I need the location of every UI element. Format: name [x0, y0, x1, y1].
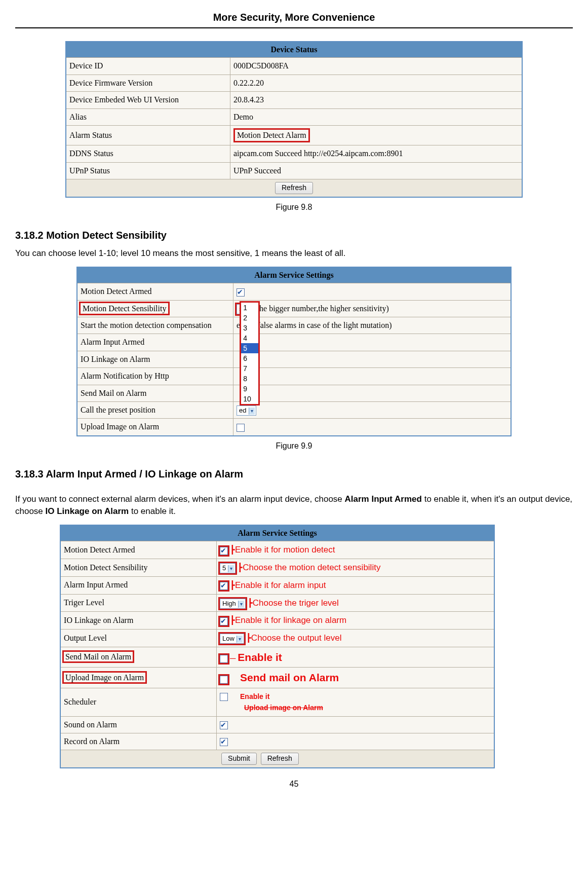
annotation: Enable it for linkage on alarm: [235, 615, 346, 625]
annotation: Enable it: [240, 692, 269, 700]
row-label: Triger Level: [60, 594, 216, 612]
row-label: Motion Detect Sensibility: [60, 559, 216, 576]
row-label: Send Mail on Alarm: [60, 647, 216, 667]
annotation: Upload image on Alarm: [244, 704, 323, 712]
refresh-button[interactable]: Refresh: [261, 753, 299, 765]
annotation: Enable it for alarm input: [235, 580, 326, 590]
table-title: Device Status: [66, 42, 522, 58]
section-body: If you want to connect external alarm de…: [15, 493, 573, 518]
row-label: DDNS Status: [66, 145, 230, 162]
row-label: Motion Detect Sensibility: [77, 300, 233, 317]
row-label: Alias: [66, 108, 230, 125]
row-value: Motion Detect Alarm: [230, 125, 522, 145]
chevron-down-icon: ▾: [237, 636, 243, 643]
option[interactable]: 10: [241, 394, 258, 404]
option[interactable]: 7: [241, 363, 258, 374]
annotation: Enable it for motion detect: [235, 545, 335, 555]
option[interactable]: 6: [241, 353, 258, 363]
row-label: Alarm Status: [66, 125, 230, 145]
row-label: IO Linkage on Alarm: [77, 351, 233, 367]
page-number: 45: [15, 779, 573, 790]
row-label: Sound on Alarm: [60, 716, 216, 733]
row-label: Record on Alarm: [60, 733, 216, 750]
annotation: Choose the output level: [251, 633, 342, 643]
row-label: Device ID: [66, 58, 230, 75]
row-label: Start the motion detection compensation: [77, 317, 233, 334]
submit-button[interactable]: Submit: [221, 753, 257, 765]
checkbox[interactable]: [220, 721, 228, 729]
checkbox[interactable]: [220, 547, 228, 555]
annotation: Send mail on Alarm: [240, 672, 339, 683]
row-label: Device Firmware Version: [66, 75, 230, 91]
row-value: UPnP Succeed: [230, 162, 522, 179]
checkbox[interactable]: [220, 693, 228, 701]
section-body: You can choose level 1-10; level 10 mean…: [15, 247, 573, 260]
refresh-button[interactable]: Refresh: [275, 182, 313, 194]
row-label: Scheduler: [60, 688, 216, 716]
row-label: Alarm Notification by Http: [77, 368, 233, 385]
row-value: 000DC5D008FA: [230, 58, 522, 75]
section-heading: 3.18.3 Alarm Input Armed / IO Linkage on…: [15, 467, 573, 481]
preset-select[interactable]: ed▾: [237, 405, 256, 416]
annotation: Enable it: [238, 651, 282, 663]
row-label: Output Level: [60, 630, 216, 647]
select[interactable]: High▾: [220, 599, 246, 609]
row-label: Upload Image on Alarm: [77, 419, 233, 436]
checkbox[interactable]: [220, 655, 228, 663]
figure-caption: Figure 9.9: [15, 440, 573, 452]
checkbox[interactable]: [220, 617, 228, 625]
option[interactable]: 4: [241, 333, 258, 343]
row-value: 20.8.4.23: [230, 92, 522, 108]
row-label: Call the preset position: [77, 402, 233, 419]
chevron-down-icon: ▾: [238, 601, 244, 608]
annotation: Choose the triger level: [253, 598, 339, 608]
table-title: Alarm Service Settings: [60, 525, 494, 541]
chevron-down-icon: ▾: [228, 565, 234, 572]
row-value: 0.22.2.20: [230, 75, 522, 91]
row-label: UPnP Status: [66, 162, 230, 179]
row-label: Alarm Input Armed: [77, 334, 233, 351]
row-label: Motion Detect Armed: [77, 283, 233, 300]
option-selected[interactable]: 5: [241, 343, 258, 353]
alarm-settings-table-2: Alarm Service Settings Motion Detect Arm…: [60, 525, 495, 768]
row-label: Motion Detect Armed: [60, 541, 216, 559]
figure-caption: Figure 9.8: [15, 202, 573, 213]
option[interactable]: 9: [241, 384, 258, 394]
row-label: Upload Image on Alarm: [60, 668, 216, 688]
alarm-settings-table-1: Alarm Service Settings Motion Detect Arm…: [76, 267, 512, 436]
row-value: Demo: [230, 108, 522, 125]
table-title: Alarm Service Settings: [77, 267, 511, 283]
checkbox[interactable]: [220, 676, 228, 684]
annotation: Choose the motion detect sensibility: [243, 563, 380, 572]
row-value: aipcam.com Succeed http://e0254.aipcam.c…: [230, 145, 522, 162]
row-label: IO Linkage on Alarm: [60, 612, 216, 630]
checkbox[interactable]: [237, 288, 245, 297]
row-label: Alarm Input Armed: [60, 576, 216, 594]
row-label: Device Embeded Web UI Version: [66, 92, 230, 108]
checkbox[interactable]: [220, 738, 228, 746]
row-label: Send Mail on Alarm: [77, 385, 233, 401]
note: (the bigger number,the higher sensitivit…: [254, 304, 389, 313]
page-header: More Security, More Convenience: [15, 10, 573, 28]
sensibility-dropdown[interactable]: 1 2 3 4 5 6 7 8 9 10: [240, 301, 260, 405]
checkbox[interactable]: [220, 582, 228, 590]
section-heading: 3.18.2 Motion Detect Sensibility: [15, 228, 573, 242]
option[interactable]: 8: [241, 374, 258, 384]
option[interactable]: 2: [241, 313, 258, 323]
device-status-table: Device Status Device ID000DC5D008FA Devi…: [65, 41, 523, 198]
select[interactable]: Low▾: [220, 634, 244, 644]
option[interactable]: 1: [241, 303, 258, 313]
checkbox[interactable]: [237, 424, 245, 432]
option[interactable]: 3: [241, 323, 258, 333]
select[interactable]: 5▾: [220, 563, 236, 573]
chevron-down-icon: ▾: [249, 408, 255, 415]
